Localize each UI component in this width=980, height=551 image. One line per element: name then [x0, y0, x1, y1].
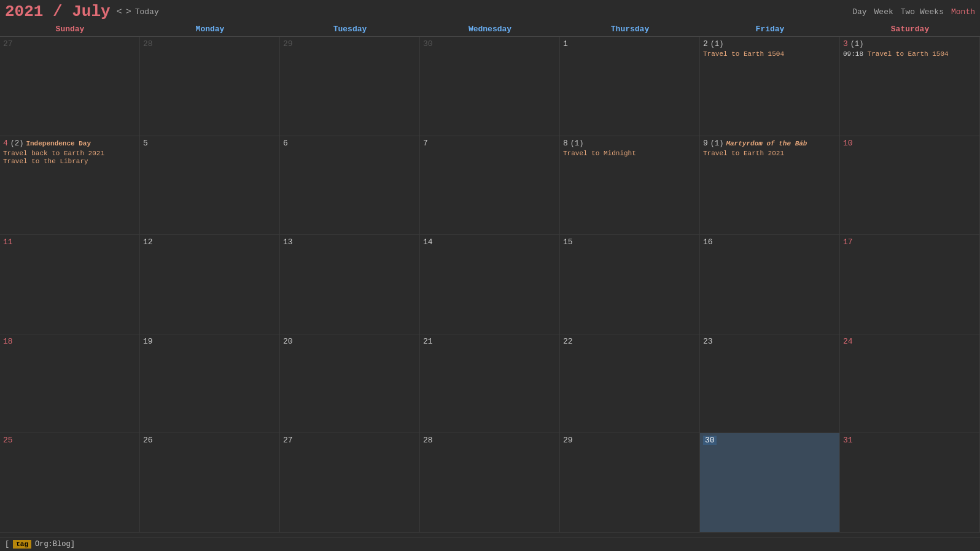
prev-button[interactable]: <: [117, 7, 122, 17]
calendar-cell-17[interactable]: 17: [840, 235, 980, 334]
cell-date-number: 21: [423, 337, 433, 346]
calendar-cell-21[interactable]: 21: [420, 334, 560, 434]
calendar-cell-9[interactable]: 9(1) Martyrdom of the BábTravel to Earth…: [700, 136, 840, 236]
cell-date-number: 9: [703, 139, 708, 148]
cell-date-number: 29: [283, 39, 293, 48]
page-title: 2021 / July: [5, 2, 111, 21]
calendar-cell-15[interactable]: 15: [560, 235, 700, 334]
event-count: (2): [10, 139, 24, 148]
cell-date-number: 30: [703, 436, 717, 445]
event-item[interactable]: Travel back to Earth 2021: [3, 150, 136, 157]
calendar-cell-6[interactable]: 6: [280, 136, 420, 236]
cell-date-number: 23: [703, 337, 713, 346]
cell-date-number: 8: [563, 139, 568, 148]
event-item[interactable]: Travel to Midnight: [563, 150, 696, 157]
cell-date-number: 17: [843, 237, 853, 247]
today-button[interactable]: Today: [135, 7, 159, 17]
event-item[interactable]: Travel to the Library: [3, 158, 136, 165]
calendar-cell-5[interactable]: 5: [140, 136, 280, 236]
cell-date-number: 11: [3, 237, 13, 247]
cell-date-number: 1: [563, 39, 568, 48]
event-item[interactable]: Travel to Earth 2021: [703, 150, 836, 157]
holiday-label: Independence Day: [26, 140, 91, 147]
org-blog-text: Org:Blog]: [35, 540, 75, 549]
week-view-button[interactable]: Week: [874, 7, 893, 17]
cell-date-number: 19: [143, 337, 153, 346]
calendar-cell-20[interactable]: 20: [280, 334, 420, 434]
cell-date-number: 14: [423, 237, 433, 247]
calendar-cell-26[interactable]: 26: [140, 433, 280, 533]
calendar-cell-27[interactable]: 27: [280, 433, 420, 533]
calendar-cell-7[interactable]: 7: [420, 136, 560, 236]
event-count: (1): [570, 139, 584, 148]
calendar-cell-27-other[interactable]: 27: [0, 37, 140, 136]
cell-date-number: 3: [843, 39, 848, 48]
cell-date-number: 24: [843, 337, 853, 346]
calendar-cell-28[interactable]: 28: [420, 433, 560, 533]
day-view-button[interactable]: Day: [852, 7, 866, 17]
cell-date-number: 25: [3, 436, 13, 445]
year-label: 2021: [5, 2, 43, 21]
calendar-cell-13[interactable]: 13: [280, 235, 420, 334]
two-weeks-view-button[interactable]: Two Weeks: [901, 7, 944, 17]
cell-date-number: 15: [563, 237, 573, 247]
event-count: (1): [850, 40, 864, 48]
cell-date-number: 31: [843, 436, 853, 445]
calendar-cell-24[interactable]: 24: [840, 334, 980, 434]
nav-buttons: < > Today: [117, 7, 159, 17]
tag-badge: tag: [13, 540, 31, 549]
day-header-sunday: Sunday: [0, 22, 140, 36]
calendar-cell-16[interactable]: 16: [700, 235, 840, 334]
cell-date-number: 27: [283, 436, 293, 445]
calendar-cell-30-other[interactable]: 30: [420, 37, 560, 136]
calendar-cell-8[interactable]: 8(1)Travel to Midnight: [560, 136, 700, 236]
calendar-cell-25[interactable]: 25: [0, 433, 140, 533]
event-item[interactable]: Travel to Earth 1504: [703, 50, 836, 58]
cell-date-number: 16: [703, 237, 713, 247]
calendar-cell-10[interactable]: 10: [840, 136, 980, 236]
day-header-monday: Monday: [140, 22, 280, 36]
calendar-cell-22[interactable]: 22: [560, 334, 700, 434]
cell-date-number: 28: [143, 39, 153, 48]
view-selector: Day Week Two Weeks Month: [852, 7, 975, 17]
calendar-cell-2[interactable]: 2(1)Travel to Earth 1504: [700, 37, 840, 136]
cell-date-number: 6: [283, 139, 288, 148]
calendar-cell-1[interactable]: 1: [560, 37, 700, 136]
calendar-cell-29[interactable]: 29: [560, 433, 700, 533]
cell-date-number: 2: [703, 39, 708, 48]
calendar-cell-4[interactable]: 4(2) Independence DayTravel back to Eart…: [0, 136, 140, 236]
cell-date-number: 13: [283, 237, 293, 247]
calendar-cell-31[interactable]: 31: [840, 433, 980, 533]
cell-date-number: 22: [563, 337, 573, 346]
day-header-saturday: Saturday: [840, 22, 980, 36]
cell-date-number: 10: [843, 139, 853, 148]
calendar-cell-23[interactable]: 23: [700, 334, 840, 434]
calendar-cell-14[interactable]: 14: [420, 235, 560, 334]
cell-date-number: 28: [423, 436, 433, 445]
cell-date-number: 5: [143, 139, 148, 148]
cell-date-number: 26: [143, 436, 153, 445]
calendar-cell-18[interactable]: 18: [0, 334, 140, 434]
martyrdom-label: Martyrdom of the Báb: [726, 140, 807, 147]
event-count: (1): [710, 139, 724, 148]
cell-date-number: 30: [423, 39, 433, 48]
calendar-cell-3[interactable]: 3(1)09:18 Travel to Earth 1504: [840, 37, 980, 136]
cell-date-number: 18: [3, 337, 13, 346]
calendar-cell-30[interactable]: 30: [700, 433, 840, 533]
calendar-cell-29-other[interactable]: 29: [280, 37, 420, 136]
month-view-button[interactable]: Month: [951, 7, 975, 17]
calendar-cell-19[interactable]: 19: [140, 334, 280, 434]
separator: /: [43, 2, 72, 21]
calendar-cell-12[interactable]: 12: [140, 235, 280, 334]
bottom-bracket-open: [: [5, 540, 9, 549]
next-button[interactable]: >: [126, 7, 131, 17]
cell-date-number: 4: [3, 139, 8, 148]
day-header-wednesday: Wednesday: [420, 22, 560, 36]
cell-date-number: 12: [143, 237, 153, 247]
month-label: July: [72, 2, 110, 21]
day-header-tuesday: Tuesday: [280, 22, 420, 36]
event-item[interactable]: 09:18 Travel to Earth 1504: [843, 50, 976, 58]
calendar-cell-28-other[interactable]: 28: [140, 37, 280, 136]
calendar-grid: 2728293012(1)Travel to Earth 15043(1)09:…: [0, 37, 980, 533]
calendar-cell-11[interactable]: 11: [0, 235, 140, 334]
